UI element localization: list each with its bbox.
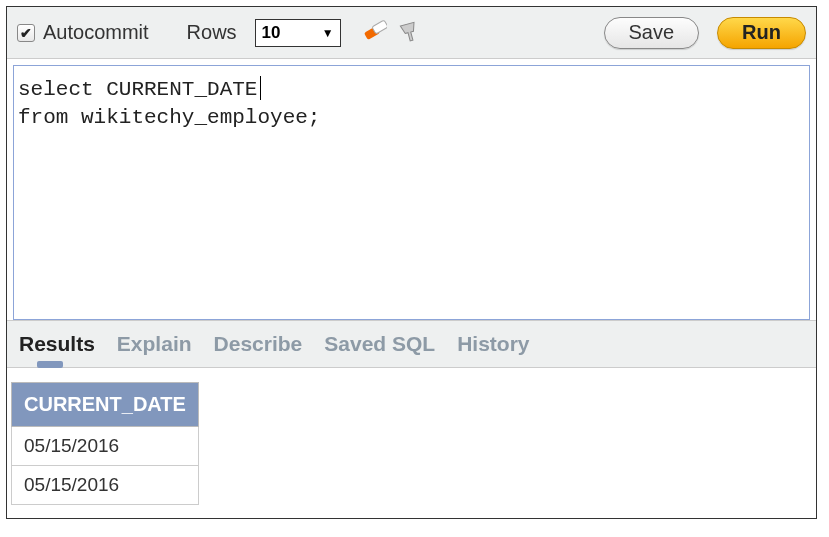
sql-text: select CURRENT_DATE from wikitechy_emplo… [18,78,320,129]
toolbar: ✔ Autocommit Rows 10 ▼ Save [7,7,816,59]
results-area: CURRENT_DATE 05/15/2016 05/15/2016 [7,368,816,518]
tab-history[interactable]: History [457,326,529,362]
tab-results[interactable]: Results [19,326,95,362]
text-cursor [260,76,261,100]
tab-explain[interactable]: Explain [117,326,192,362]
run-button[interactable]: Run [717,17,806,49]
table-row: 05/15/2016 [12,427,199,466]
table-row: 05/15/2016 [12,466,199,505]
sql-workshop: ✔ Autocommit Rows 10 ▼ Save [6,6,817,519]
active-tab-indicator [37,361,63,368]
clear-icon[interactable] [363,19,387,47]
autocommit-group: ✔ Autocommit [17,21,149,44]
result-tabs: Results Explain Describe Saved SQL Histo… [7,320,816,368]
tab-describe[interactable]: Describe [214,326,303,362]
rows-value: 10 [262,23,281,43]
rows-select[interactable]: 10 ▼ [255,19,341,47]
svg-rect-1 [372,20,387,34]
chevron-down-icon: ▼ [322,26,334,40]
rows-label: Rows [187,21,237,44]
cell: 05/15/2016 [12,427,199,466]
pin-icon[interactable] [397,19,421,47]
watermark: Wikitechy .com [134,176,753,320]
autocommit-checkbox[interactable]: ✔ [17,24,35,42]
cell: 05/15/2016 [12,466,199,505]
results-table: CURRENT_DATE 05/15/2016 05/15/2016 [11,382,199,505]
column-header: CURRENT_DATE [12,383,199,427]
save-button-label: Save [629,21,675,44]
tab-saved-sql[interactable]: Saved SQL [324,326,435,362]
autocommit-label: Autocommit [43,21,149,44]
table-header-row: CURRENT_DATE [12,383,199,427]
editor-wrap: select CURRENT_DATE from wikitechy_emplo… [7,59,816,320]
sql-editor[interactable]: select CURRENT_DATE from wikitechy_emplo… [13,65,810,320]
save-button[interactable]: Save [604,17,700,49]
run-button-label: Run [742,21,781,44]
toolbar-icons [363,19,421,47]
